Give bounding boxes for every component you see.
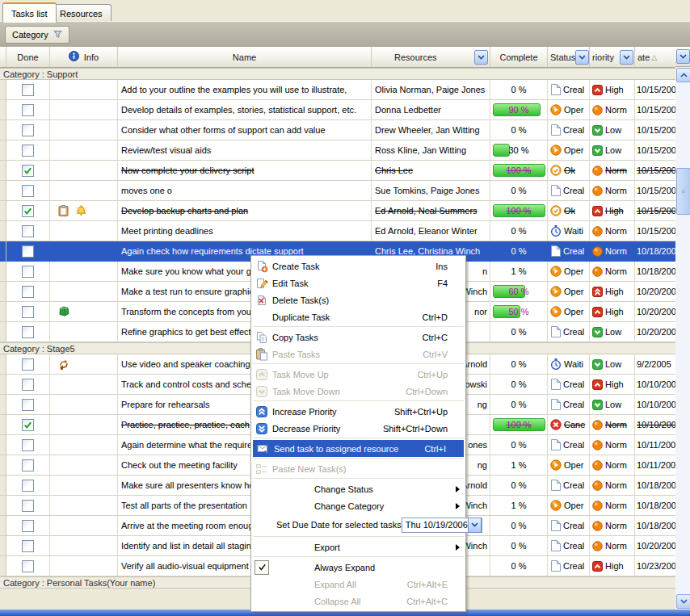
done-checkbox[interactable] [22, 124, 34, 136]
menu-item-paste-new-task-s[interactable]: Paste New Task(s) [251, 460, 465, 477]
scroll-up-button[interactable] [676, 68, 690, 82]
done-checkbox[interactable] [22, 459, 34, 471]
task-resources: Ross Kline, Jan Witting [375, 145, 466, 155]
done-checkbox[interactable] [22, 145, 34, 157]
done-checkbox[interactable] [22, 358, 34, 371]
done-checkbox[interactable] [22, 306, 34, 318]
header-complete[interactable]: Complete [490, 47, 548, 67]
menu-item-label: Export [314, 543, 340, 552]
menu-item-set-due-date-for-selected-tasks[interactable]: Set Due Date for selected tasksThu 10/19… [251, 514, 465, 535]
done-checkbox[interactable] [22, 520, 34, 532]
table-row[interactable]: moves one oSue Tomkins, Paige Jones0 %Cr… [0, 181, 675, 201]
done-checkbox[interactable] [22, 419, 34, 431]
status-label: Creal [563, 125, 584, 135]
header-date[interactable]: ate △ [635, 47, 675, 67]
priority-cell: Norm [590, 415, 635, 435]
header-done[interactable]: Done [6, 47, 50, 67]
done-checkbox[interactable] [22, 205, 34, 217]
resources-filter-button[interactable] [474, 50, 488, 65]
group-header[interactable]: Category : Support [0, 68, 675, 80]
done-checkbox[interactable] [22, 84, 34, 96]
created-icon [550, 480, 561, 491]
vertical-scrollbar[interactable]: ≡ [675, 67, 690, 610]
table-row[interactable]: Review/test visual aidsRoss Kline, Jan W… [0, 140, 675, 161]
done-cell [6, 354, 50, 375]
menu-item-send-task-to-assigned-resource[interactable]: Send task to assigned resourceCtrl+I [253, 440, 464, 457]
done-checkbox[interactable] [22, 266, 34, 278]
due-date-dropdown-button[interactable] [468, 518, 482, 533]
table-row[interactable]: Develop details of examples, stories, st… [0, 100, 675, 120]
priority-filter-button[interactable] [620, 50, 633, 65]
menu-item-collapse-all[interactable]: Collapse AllCtrl+Alt+C [251, 593, 465, 610]
done-checkbox[interactable] [22, 480, 34, 492]
menu-item-decrease-priority[interactable]: Decrease PriorityShift+Ctrl+Down [251, 420, 465, 437]
due-date: 10/15/200 [637, 105, 675, 115]
header-priority[interactable]: riority [590, 47, 635, 67]
done-checkbox[interactable] [22, 326, 34, 338]
low-icon [592, 400, 603, 410]
table-row[interactable]: Consider what other forms of support can… [0, 120, 675, 140]
status-filter-button[interactable] [575, 50, 589, 65]
done-checkbox[interactable] [22, 399, 34, 411]
submenu-arrow-icon [456, 486, 460, 492]
info-cell [50, 415, 118, 435]
scroll-thumb[interactable]: ≡ [676, 168, 690, 215]
sort-ascending-icon: △ [651, 53, 657, 61]
header-status[interactable]: Status [548, 47, 590, 67]
header-info[interactable]: Info [50, 47, 118, 67]
done-cell [6, 455, 50, 476]
done-cell [6, 395, 50, 415]
done-checkbox[interactable] [22, 104, 34, 116]
task-resources: Donna Ledbetter [375, 105, 441, 115]
menu-item-shortcut: Ctrl+V [423, 350, 448, 359]
menu-item-task-move-down[interactable]: Task Move DownCtrl+Down [251, 383, 465, 400]
done-checkbox[interactable] [22, 500, 34, 512]
header-resources[interactable]: Resources [372, 47, 490, 67]
priority-cell: Low [590, 140, 635, 161]
low-icon [592, 125, 603, 136]
menu-item-change-category[interactable]: Change Category [251, 497, 465, 514]
task-name: Make sure you know what your gr [121, 266, 254, 276]
norm-icon [592, 541, 603, 551]
menu-item-edit-task[interactable]: Edit TaskF4 [251, 274, 465, 291]
done-checkbox[interactable] [22, 185, 34, 197]
done-checkbox[interactable] [22, 540, 34, 552]
done-checkbox[interactable] [22, 165, 34, 177]
complete-cell: 1 % [490, 455, 548, 476]
menu-item-duplicate-task[interactable]: Duplicate TaskCtrl+D [251, 308, 465, 325]
menu-item-copy-tasks[interactable]: Copy TasksCtrl+C [251, 329, 465, 346]
tab-resources[interactable]: Resources [51, 4, 111, 22]
table-row[interactable]: Add to your outline the examples you wil… [0, 80, 675, 100]
menu-item-change-status[interactable]: Change Status [251, 480, 465, 497]
menu-item-delete-task-s[interactable]: Delete Task(s) [251, 291, 465, 308]
date-cell: 10/15/200 [635, 201, 675, 221]
menu-item-expand-all[interactable]: Expand AllCtrl+Alt+E [251, 576, 465, 593]
date-cell: 10/11/200 [635, 435, 675, 455]
menu-item-paste-tasks[interactable]: Paste TasksCtrl+V [251, 346, 465, 362]
done-checkbox[interactable] [22, 225, 34, 237]
scroll-down-button[interactable] [676, 594, 690, 609]
done-checkbox[interactable] [22, 560, 34, 572]
menu-item-always-expand[interactable]: Always Expand [251, 559, 465, 576]
due-date-editor[interactable]: Thu 10/19/2006 [402, 518, 482, 533]
table-row[interactable]: Meet printing deadlinesEd Arnold, Eleano… [0, 221, 675, 241]
menu-item-export[interactable]: Export [251, 538, 465, 555]
tab-tasks-list[interactable]: Tasks list [2, 2, 57, 23]
done-checkbox[interactable] [22, 439, 34, 451]
done-checkbox[interactable] [22, 379, 34, 391]
date-filter-button[interactable] [676, 49, 690, 64]
status-cell: Oper [548, 262, 590, 282]
done-checkbox[interactable] [22, 245, 34, 258]
table-row[interactable]: Now complete your delivery scriptChris L… [0, 161, 675, 181]
done-checkbox[interactable] [22, 286, 34, 298]
table-row[interactable]: Develop backup charts and planEd Arnold,… [0, 201, 675, 221]
menu-item-create-task[interactable]: Create TaskIns [251, 258, 465, 274]
due-date: 10/10/200 [637, 379, 675, 389]
date-cell: 10/20/200 [635, 282, 675, 302]
header-name[interactable]: Name [118, 47, 372, 67]
menu-item-task-move-up[interactable]: Task Move UpCtrl+Up [251, 366, 465, 383]
menu-item-increase-priority[interactable]: Increase PriorityShift+Ctrl+Up [251, 403, 465, 420]
menu-item-shortcut: Shift+Ctrl+Up [394, 407, 448, 417]
category-group-button[interactable]: Category [5, 26, 69, 44]
status-label: Oper [564, 501, 583, 510]
